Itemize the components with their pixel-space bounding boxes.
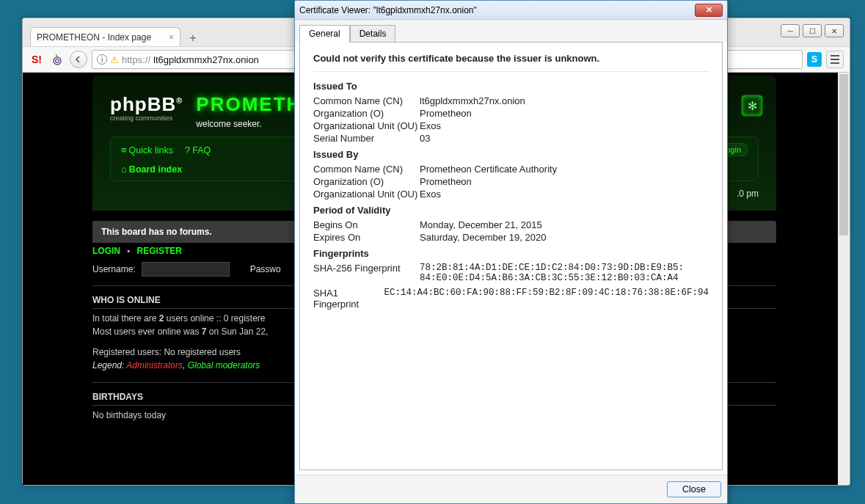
url-host: lt6gpldxmmxh27nx.onion [153,54,259,65]
dialog-footer: Close [295,475,727,503]
label-o: Organization (O) [313,108,420,119]
scrollbar-thumb[interactable] [839,74,848,235]
home-icon: ⌂ [121,164,127,175]
value-to-sn: 03 [420,133,709,144]
value-to-ou: Exos [420,120,709,131]
label-begins: Begins On [313,219,420,230]
label-sn: Serial Number [313,133,420,144]
window-controls: ─ ☐ ✕ [781,24,844,37]
value-to-cn: lt6gpldxmmxh27nx.onion [420,95,709,106]
gear-icon[interactable]: ✻ [741,95,763,117]
value-by-ou: Exos [420,189,709,200]
label-ou: Organizational Unit (OU) [313,120,420,131]
value-expires: Saturday, December 19, 2020 [420,232,709,243]
validity-heading: Period of Validity [313,205,709,216]
svg-point-1 [56,59,59,63]
dialog-body: Could not verify this certificate becaus… [299,42,723,470]
label-cn: Common Name (CN) [313,95,420,106]
browser-tab[interactable]: PROMETHEON - Index page × [30,27,180,46]
label-expires: Expires On [313,232,420,243]
global-moderators-link[interactable]: Global moderators [188,360,260,370]
dialog-tabs: General Details [295,20,727,42]
phpbb-logo: phpBB® [110,93,183,116]
issued-by-heading: Issued By [313,149,709,160]
close-window-button[interactable]: ✕ [825,24,844,37]
cert-error-message: Could not verify this certificate becaus… [313,53,709,72]
dialog-titlebar[interactable]: Certificate Viewer: "lt6gpldxmmxh27nx.on… [295,1,727,20]
close-tab-icon[interactable]: × [169,32,174,43]
board-index-link[interactable]: ⌂Board index [121,164,182,175]
minimize-button[interactable]: ─ [781,24,800,37]
phpbb-tagline: creating communities [110,114,183,122]
login-heading-link[interactable]: LOGIN [92,246,120,256]
tab-title: PROMETHEON - Index page [37,32,151,43]
identity-info-icon[interactable]: i [97,54,107,65]
torbutton-onion-icon[interactable] [49,51,65,67]
password-label: Passwo [250,264,281,274]
username-input[interactable] [142,262,230,277]
faq-link[interactable]: ?FAQ [185,145,211,156]
value-by-cn: Prometheon Certificate Authority [420,164,709,175]
tab-details[interactable]: Details [350,25,396,43]
value-sha1: EC:14:A4:BC:60:FA:90:88:FF:59:B2:8F:09:4… [384,288,709,310]
dialog-close-button[interactable]: ✕ [695,4,723,17]
url-scheme: https:// [122,54,150,65]
menu-button[interactable] [826,51,844,68]
hamburger-icon [831,55,839,64]
label-by-ou: Organizational Unit (OU) [313,189,420,200]
register-link[interactable]: REGISTER [137,246,182,256]
security-warning-icon[interactable]: ⚠ [110,54,119,65]
scrollbar-vertical[interactable] [838,73,850,485]
fingerprints-heading: Fingerprints [313,248,709,259]
certificate-viewer-dialog: Certificate Viewer: "lt6gpldxmmxh27nx.on… [294,0,728,504]
dialog-title-text: Certificate Viewer: "lt6gpldxmmxh27nx.on… [299,5,477,15]
quick-links-link[interactable]: ≡Quick links [121,145,173,156]
svg-point-0 [54,57,61,65]
menu-icon: ≡ [121,145,127,156]
help-icon: ? [185,145,190,156]
value-sha256: 78:2B:81:4A:D1:DE:CE:1D:C2:84:D0:73:9D:D… [420,263,709,283]
separator: • [123,246,134,255]
back-button[interactable] [70,51,87,68]
extension-icon-1[interactable]: S! [29,51,45,67]
value-by-o: Prometheon [420,176,709,187]
issued-to-heading: Issued To [313,81,709,92]
label-by-o: Organization (O) [313,176,420,187]
close-button[interactable]: Close [667,481,721,497]
label-sha1: SHA1 Fingerprint [313,288,384,310]
label-sha256: SHA-256 Fingerprint [313,263,420,283]
label-by-cn: Common Name (CN) [313,164,420,175]
username-label: Username: [92,264,136,274]
new-tab-button[interactable]: + [185,30,201,46]
maximize-button[interactable]: ☐ [803,24,822,37]
value-begins: Monday, December 21, 2015 [420,219,709,230]
tab-general[interactable]: General [299,25,350,43]
skype-extension-icon[interactable]: S [807,52,822,67]
value-to-o: Prometheon [420,108,709,119]
administrators-link[interactable]: Administrators [126,360,183,370]
